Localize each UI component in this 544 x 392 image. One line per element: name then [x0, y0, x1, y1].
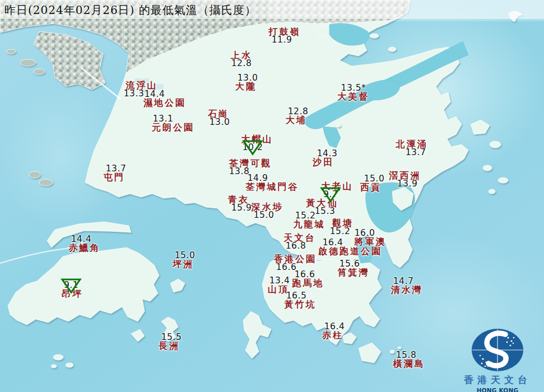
weather-map-screen: 昨日(2024年02月26日) 的最低氣溫（攝氏度） 打鼓嶺11.9上水12.8… [0, 0, 544, 392]
hko-emblem-icon [471, 327, 524, 373]
hko-logo-chinese-name: 香港天文台 [452, 374, 543, 386]
hko-logo-english-name: HONG KONG OBSERVATORY [452, 387, 543, 392]
hko-logo: 香港天文台 HONG KONG OBSERVATORY [452, 327, 543, 392]
page-title: 昨日(2024年02月26日) 的最低氣溫（攝氏度） [4, 3, 257, 18]
